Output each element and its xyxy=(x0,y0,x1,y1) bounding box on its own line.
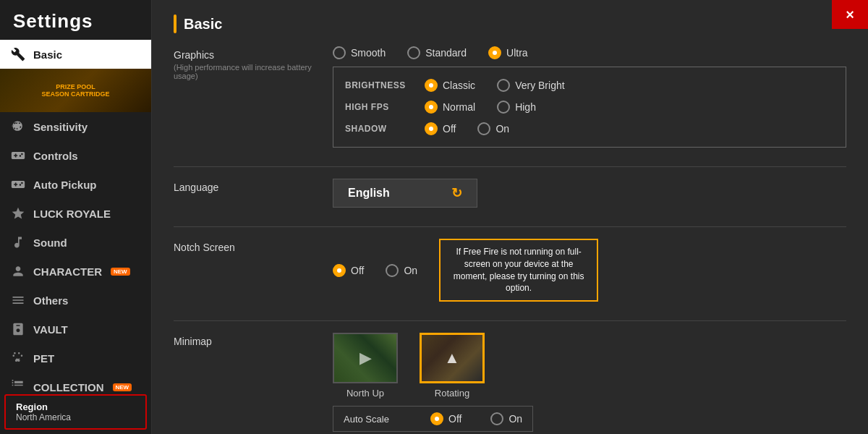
minimap-section: Minimap ▶ North Up xyxy=(174,333,846,434)
notch-on-option[interactable]: On xyxy=(386,264,417,277)
highfps-normal-option[interactable]: Normal xyxy=(425,101,475,114)
shadow-on-option[interactable]: On xyxy=(477,122,509,135)
highfps-row: HIGH FPS Normal High xyxy=(345,96,834,118)
graphics-ultra-label: Ultra xyxy=(506,47,528,59)
sidebar-promo: PRIZE POOLSEASON CARTRIDGE xyxy=(0,69,151,112)
sidebar-item-pet[interactable]: PET xyxy=(0,344,151,373)
brightness-verybright-label: Very Bright xyxy=(515,80,564,91)
auto-scale-row: Auto Scale Off On xyxy=(333,406,533,432)
region-value: North America xyxy=(16,412,135,422)
close-button[interactable]: × xyxy=(832,0,868,29)
language-label: Language xyxy=(174,179,318,193)
graphics-ultra-radio[interactable] xyxy=(488,46,501,59)
language-selector[interactable]: English ↻ xyxy=(333,179,477,208)
sidebar-item-luck-royale[interactable]: LUCK ROYALE xyxy=(0,199,151,228)
minimap-north-up-texture: ▶ xyxy=(334,334,396,382)
auto-scale-off-option[interactable]: Off xyxy=(430,412,461,425)
brightness-classic-option[interactable]: Classic xyxy=(425,79,475,92)
minimap-north-up-option[interactable]: ▶ North Up xyxy=(333,333,398,399)
brightness-label: BRIGHTNESS xyxy=(345,80,410,90)
brightness-options: Classic Very Bright xyxy=(425,79,565,92)
highfps-label: HIGH FPS xyxy=(345,102,410,112)
sidebar-item-controls-label: Controls xyxy=(33,150,78,162)
sidebar-item-basic[interactable]: Basic xyxy=(0,40,151,69)
notch-off-option[interactable]: Off xyxy=(333,264,364,277)
refresh-icon[interactable]: ↻ xyxy=(451,185,462,201)
sidebar-item-controls[interactable]: Controls xyxy=(0,141,151,170)
language-value: English xyxy=(348,187,390,200)
auto-scale-label: Auto Scale xyxy=(344,414,409,425)
brightness-classic-label: Classic xyxy=(443,80,475,91)
sidebar-item-others[interactable]: Others xyxy=(0,286,151,315)
notch-row: Notch Screen Off On If Free Fire is not … xyxy=(174,239,846,302)
brightness-classic-radio[interactable] xyxy=(425,79,438,92)
language-row: Language English ↻ xyxy=(174,179,846,208)
notch-section: Notch Screen Off On If Free Fire is not … xyxy=(174,239,846,321)
person-icon xyxy=(10,263,26,279)
vault-icon xyxy=(10,321,26,337)
collection-icon xyxy=(10,379,26,395)
character-badge: NEW xyxy=(111,268,130,276)
sidebar-item-auto-pickup[interactable]: Auto Pickup xyxy=(0,170,151,199)
graphics-smooth-radio[interactable] xyxy=(333,46,346,59)
list-icon xyxy=(10,292,26,308)
sidebar-item-vault-label: VAULT xyxy=(33,323,68,336)
shadow-off-option[interactable]: Off xyxy=(425,122,456,135)
graphics-standard-option[interactable]: Standard xyxy=(407,46,467,59)
minimap-rotating-option[interactable]: ▲ Rotating xyxy=(420,333,485,399)
minimap-rotating-image[interactable]: ▲ xyxy=(420,333,485,383)
notch-on-radio[interactable] xyxy=(386,264,399,277)
paw-icon xyxy=(10,350,26,366)
sidebar-item-sensitivity[interactable]: Sensitivity xyxy=(0,112,151,141)
region-label: Region xyxy=(16,401,135,412)
sidebar-item-sound-label: Sound xyxy=(33,237,67,249)
gamepad3-icon xyxy=(10,176,26,192)
main-content: Basic Graphics (High performance will in… xyxy=(152,0,868,434)
auto-scale-off-label: Off xyxy=(448,413,461,425)
sidebar-item-character[interactable]: CHARACTER NEW xyxy=(0,257,151,286)
graphics-smooth-option[interactable]: Smooth xyxy=(333,46,386,59)
sidebar-item-sound[interactable]: Sound xyxy=(0,228,151,257)
shadow-off-radio[interactable] xyxy=(425,122,438,135)
notch-off-radio[interactable] xyxy=(333,264,346,277)
minimap-rotating-label: Rotating xyxy=(435,388,469,399)
brightness-verybright-radio[interactable] xyxy=(497,79,510,92)
minimap-north-up-image[interactable]: ▶ xyxy=(333,333,398,383)
highfps-high-option[interactable]: High xyxy=(497,101,536,114)
graphics-label: Graphics (High performance will increase… xyxy=(174,46,318,80)
sidebar-item-luck-royale-label: LUCK ROYALE xyxy=(33,208,111,220)
graphics-sub-settings: BRIGHTNESS Classic Very Bright xyxy=(333,67,846,148)
minimap-label: Minimap xyxy=(174,333,318,347)
region-section: Region North America xyxy=(4,394,147,430)
language-section: Language English ↻ xyxy=(174,179,846,227)
auto-scale-on-label: On xyxy=(509,413,522,425)
graphics-smooth-label: Smooth xyxy=(351,47,386,59)
highfps-high-radio[interactable] xyxy=(497,101,510,114)
auto-scale-off-radio[interactable] xyxy=(430,412,443,425)
shadow-options: Off On xyxy=(425,122,509,135)
auto-scale-on-radio[interactable] xyxy=(490,412,503,425)
graphics-ultra-option[interactable]: Ultra xyxy=(488,46,528,59)
sidebar-item-sensitivity-label: Sensitivity xyxy=(33,121,88,133)
sidebar-item-basic-label: Basic xyxy=(33,48,62,61)
promo-text: PRIZE POOLSEASON CARTRIDGE xyxy=(41,83,109,98)
collection-badge: NEW xyxy=(113,383,132,391)
graphics-row: Graphics (High performance will increase… xyxy=(174,46,846,148)
minimap-row: Minimap ▶ North Up xyxy=(174,333,846,432)
auto-scale-on-option[interactable]: On xyxy=(490,412,522,425)
highfps-normal-radio[interactable] xyxy=(425,101,438,114)
sidebar-item-pet-label: PET xyxy=(33,352,54,365)
notch-tooltip: If Free Fire is not running on full-scre… xyxy=(439,239,598,302)
sidebar-item-collection-label: COLLECTION xyxy=(33,381,104,393)
shadow-on-radio[interactable] xyxy=(477,122,490,135)
highfps-normal-label: Normal xyxy=(443,101,475,113)
brightness-verybright-option[interactable]: Very Bright xyxy=(497,79,564,92)
star-icon xyxy=(10,205,26,221)
sidebar-item-vault[interactable]: VAULT xyxy=(0,315,151,344)
minimap-north-up-label: North Up xyxy=(346,388,384,399)
graphics-quality-options: Smooth Standard Ultra xyxy=(333,46,846,59)
graphics-sub-label: (High performance will increase battery … xyxy=(174,63,318,80)
shadow-label: SHADOW xyxy=(345,124,410,134)
minimap-controls: ▶ North Up ▲ Rotating xyxy=(333,333,533,432)
graphics-standard-radio[interactable] xyxy=(407,46,420,59)
